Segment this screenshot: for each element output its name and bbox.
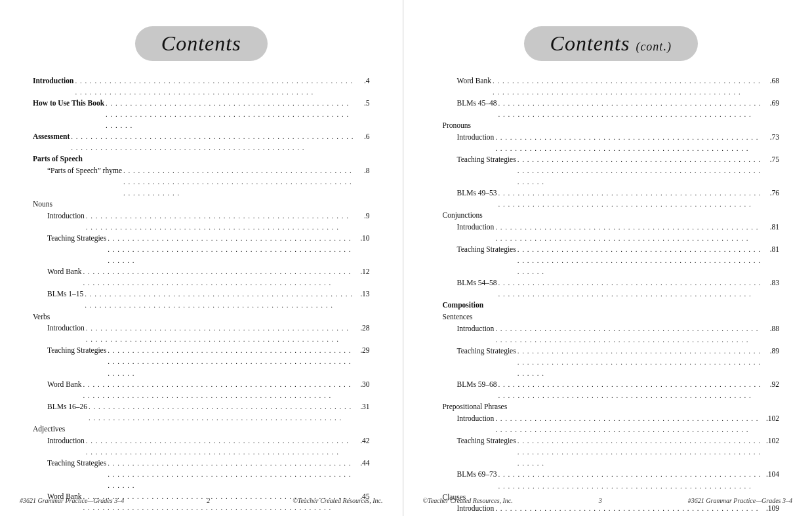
toc-dots: . . . . . . . . . . . . . . . . . . . . …	[495, 503, 763, 516]
toc-page: .81	[765, 222, 779, 233]
toc-label: Word Bank	[443, 75, 491, 87]
toc-label: Sentences	[443, 311, 473, 323]
toc-row: Composition	[443, 300, 780, 311]
toc-row: Conjunctions	[443, 210, 780, 222]
toc-dots: . . . . . . . . . . . . . . . . . . . . …	[495, 222, 763, 244]
toc-page: .69	[765, 98, 779, 109]
toc-row: Pronouns	[443, 120, 780, 132]
toc-label: Introduction	[33, 323, 85, 334]
toc-dots: . . . . . . . . . . . . . . . . . . . . …	[89, 513, 354, 516]
right-title: Contents (cont.)	[550, 31, 672, 56]
toc-page: .73	[765, 132, 779, 144]
toc-page: .9	[355, 210, 370, 222]
toc-label: Introduction	[443, 222, 495, 233]
toc-row: Introduction . . . . . . . . . . . . . .…	[33, 435, 370, 458]
toc-dots: . . . . . . . . . . . . . . . . . . . . …	[108, 345, 354, 378]
toc-label: Conjunctions	[443, 210, 483, 222]
toc-dots: . . . . . . . . . . . . . . . . . . . . …	[498, 188, 763, 210]
toc-dots: . . . . . . . . . . . . . . . . . . . . …	[498, 379, 763, 401]
toc-dots: . . . . . . . . . . . . . . . . . . . . …	[86, 435, 354, 458]
left-page: Contents Introduction . . . . . . . . . …	[0, 0, 403, 516]
toc-dots: . . . . . . . . . . . . . . . . . . . . …	[89, 401, 354, 424]
toc-label: Verbs	[33, 311, 50, 323]
toc-dots: . . . . . . . . . . . . . . . . . . . . …	[518, 244, 763, 277]
toc-row: Nouns	[33, 199, 370, 210]
toc-dots: . . . . . . . . . . . . . . . . . . . . …	[106, 98, 354, 131]
toc-row: Teaching Strategies . . . . . . . . . . …	[443, 346, 780, 379]
left-contents-oval: Contents	[135, 26, 268, 61]
toc-page: .104	[765, 469, 779, 481]
toc-row: BLMs 49–53 . . . . . . . . . . . . . . .…	[443, 188, 780, 210]
toc-label: Prepositional Phrases	[443, 401, 508, 413]
toc-page: .8	[355, 165, 370, 177]
toc-dots: . . . . . . . . . . . . . . . . . . . . …	[498, 469, 763, 491]
toc-dots: . . . . . . . . . . . . . . . . . . . . …	[71, 131, 354, 153]
toc-dots: . . . . . . . . . . . . . . . . . . . . …	[518, 435, 763, 469]
toc-row: Adjectives	[33, 424, 370, 435]
toc-label: BLMs 1–15	[33, 288, 83, 300]
left-footer-right: ©Teacher Created Resources, Inc.	[293, 497, 382, 504]
toc-label: BLMs 54–58	[443, 277, 497, 289]
toc-dots: . . . . . . . . . . . . . . . . . . . . …	[495, 323, 763, 346]
toc-label: Introduction	[33, 435, 85, 447]
toc-page: .109	[765, 503, 779, 515]
toc-row: Verbs	[33, 311, 370, 323]
toc-page: .75	[765, 154, 779, 166]
toc-label: Introduction	[33, 210, 85, 222]
toc-dots: . . . . . . . . . . . . . . . . . . . . …	[86, 323, 354, 345]
right-toc: Word Bank . . . . . . . . . . . . . . . …	[443, 75, 780, 516]
toc-row: BLMs 59–68 . . . . . . . . . . . . . . .…	[443, 379, 780, 401]
toc-row: Introduction . . . . . . . . . . . . . .…	[443, 222, 780, 244]
toc-page: .5	[355, 98, 370, 109]
toc-label: Teaching Strategies	[443, 154, 516, 166]
toc-row: Introduction . . . . . . . . . . . . . .…	[33, 210, 370, 233]
toc-dots: . . . . . . . . . . . . . . . . . . . . …	[495, 413, 763, 435]
right-contents-oval: Contents (cont.)	[524, 26, 698, 61]
toc-label: Introduction	[443, 503, 495, 515]
toc-label: BLMs 45–48	[443, 98, 497, 109]
toc-dots: . . . . . . . . . . . . . . . . . . . . …	[518, 346, 763, 379]
toc-row: “Parts of Speech” rhyme . . . . . . . . …	[33, 165, 370, 199]
toc-row: BLMs 27–35 . . . . . . . . . . . . . . .…	[33, 513, 370, 516]
toc-page: .46	[355, 513, 370, 516]
toc-row: Introduction . . . . . . . . . . . . . .…	[443, 413, 780, 435]
toc-row: BLMs 16–26 . . . . . . . . . . . . . . .…	[33, 401, 370, 424]
toc-row: Parts of Speech	[33, 153, 370, 165]
toc-label: Teaching Strategies	[33, 458, 106, 469]
toc-page: .12	[355, 266, 370, 278]
toc-label: Parts of Speech	[33, 153, 83, 165]
toc-row: Teaching Strategies . . . . . . . . . . …	[443, 154, 780, 188]
toc-row: BLMs 54–58 . . . . . . . . . . . . . . .…	[443, 277, 780, 300]
toc-page: .6	[355, 131, 370, 143]
toc-row: Introduction . . . . . . . . . . . . . .…	[443, 503, 780, 516]
toc-label: Teaching Strategies	[33, 233, 106, 245]
toc-row: Assessment . . . . . . . . . . . . . . .…	[33, 131, 370, 153]
toc-page: .28	[355, 323, 370, 334]
toc-label: Teaching Strategies	[443, 435, 516, 447]
toc-row: Prepositional Phrases	[443, 401, 780, 413]
toc-page: .4	[355, 75, 370, 87]
toc-row: How to Use This Book . . . . . . . . . .…	[33, 98, 370, 131]
left-footer-left: #3621 Grammar Practice—Grades 3–4	[20, 497, 124, 504]
toc-row: Introduction . . . . . . . . . . . . . .…	[33, 75, 370, 98]
toc-dots: . . . . . . . . . . . . . . . . . . . . …	[123, 165, 354, 199]
left-title: Contents	[161, 31, 241, 56]
toc-page: .89	[765, 346, 779, 357]
toc-label: BLMs 16–26	[33, 401, 87, 413]
toc-page: .83	[765, 277, 779, 289]
toc-dots: . . . . . . . . . . . . . . . . . . . . …	[83, 266, 354, 288]
toc-page: .76	[765, 188, 779, 199]
toc-row: Teaching Strategies . . . . . . . . . . …	[443, 435, 780, 469]
toc-row: Sentences	[443, 311, 780, 323]
right-footer-left: ©Teacher Created Resources, Inc.	[423, 497, 513, 504]
toc-page: .31	[355, 401, 370, 413]
toc-label: BLMs 69–73	[443, 469, 497, 481]
right-footer-center: 3	[599, 497, 602, 504]
toc-label: Teaching Strategies	[443, 244, 516, 256]
toc-row: BLMs 1–15 . . . . . . . . . . . . . . . …	[33, 288, 370, 311]
toc-label: Nouns	[33, 199, 52, 210]
toc-label: How to Use This Book	[33, 98, 104, 109]
toc-label: Pronouns	[443, 120, 471, 132]
toc-dots: . . . . . . . . . . . . . . . . . . . . …	[108, 458, 354, 491]
toc-dots: . . . . . . . . . . . . . . . . . . . . …	[498, 98, 763, 120]
